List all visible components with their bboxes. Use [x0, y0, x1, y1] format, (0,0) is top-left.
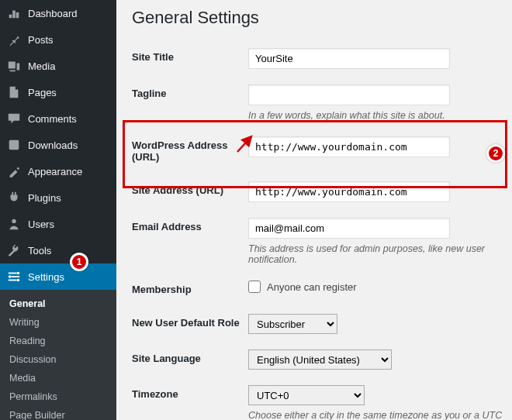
sidebar-item-label: Dashboard	[28, 8, 78, 19]
pin-icon	[6, 32, 22, 47]
sidebar-item-label: Pages	[28, 87, 57, 98]
users-icon	[6, 216, 22, 232]
submenu-item-writing[interactable]: Writing	[0, 313, 116, 332]
dashboard-icon	[6, 5, 22, 21]
settings-submenu: General Writing Reading Discussion Media…	[0, 290, 116, 420]
sidebar-item-dashboard[interactable]: Dashboard	[0, 0, 116, 26]
settings-icon	[6, 269, 22, 284]
sidebar-item-media[interactable]: Media	[0, 53, 116, 79]
submenu-item-page-builder[interactable]: Page Builder	[0, 406, 116, 420]
sidebar-item-users[interactable]: Users	[0, 211, 116, 237]
timezone-description: Choose either a city in the same timezon…	[248, 410, 504, 420]
sidebar-item-settings[interactable]: Settings	[0, 263, 116, 290]
site-language-label: Site Language	[132, 342, 248, 377]
tagline-input[interactable]	[248, 84, 450, 105]
submenu-item-permalinks[interactable]: Permalinks	[0, 387, 116, 406]
sidebar-item-comments[interactable]: Comments	[0, 105, 116, 132]
membership-checkbox[interactable]	[248, 281, 261, 293]
svg-rect-4	[9, 280, 17, 281]
email-label: Email Address	[132, 210, 248, 273]
sidebar-item-label: Posts	[28, 34, 54, 46]
submenu-item-general[interactable]: General	[0, 294, 116, 313]
sidebar-item-label: Downloads	[28, 139, 78, 151]
tagline-label: Tagline	[132, 77, 248, 129]
sidebar-item-tools[interactable]: Tools	[0, 237, 116, 263]
timezone-label: Timezone	[132, 377, 248, 420]
svg-point-5	[17, 272, 20, 275]
plugins-icon	[6, 190, 22, 205]
svg-rect-3	[11, 276, 19, 277]
page-title: General Settings	[132, 8, 512, 28]
tagline-description: In a few words, explain what this site i…	[248, 110, 504, 121]
sidebar-item-label: Settings	[28, 271, 64, 283]
sidebar-item-plugins[interactable]: Plugins	[0, 184, 116, 211]
tools-icon	[6, 243, 22, 258]
media-icon	[6, 58, 22, 74]
site-title-input[interactable]	[248, 48, 450, 69]
sidebar-item-label: Users	[28, 219, 54, 230]
submenu-item-media[interactable]: Media	[0, 369, 116, 387]
site-address-label: Site Address (URL)	[132, 174, 248, 210]
sidebar-item-posts[interactable]: Posts	[0, 26, 116, 53]
wp-address-label: WordPress Address (URL)	[132, 129, 248, 174]
sidebar-item-pages[interactable]: Pages	[0, 79, 116, 105]
timezone-select[interactable]: UTC+0	[248, 385, 365, 405]
sidebar-item-label: Tools	[28, 245, 51, 256]
sidebar-item-downloads[interactable]: Downloads	[0, 132, 116, 158]
svg-point-1	[12, 219, 16, 223]
submenu-item-reading[interactable]: Reading	[0, 332, 116, 350]
downloads-icon	[6, 137, 22, 153]
site-address-input[interactable]	[248, 181, 450, 202]
sidebar-item-label: Appearance	[28, 166, 82, 177]
annotation-badge-1: 1	[70, 253, 88, 271]
settings-form: Site Title Tagline In a few words, expla…	[132, 40, 512, 420]
svg-point-7	[17, 279, 20, 282]
svg-rect-2	[9, 273, 17, 274]
sidebar-item-label: Media	[28, 60, 55, 72]
sidebar-item-label: Plugins	[28, 192, 61, 204]
site-language-select[interactable]: English (United States)	[248, 349, 392, 370]
email-input[interactable]	[248, 218, 450, 239]
wp-address-input[interactable]	[248, 136, 450, 157]
annotation-badge-2: 2	[486, 144, 505, 163]
sidebar-item-appearance[interactable]: Appearance	[0, 158, 116, 184]
comments-icon	[6, 111, 22, 126]
svg-point-6	[9, 275, 12, 278]
email-description: This address is used for admin purposes,…	[248, 243, 504, 265]
svg-rect-0	[9, 140, 19, 150]
default-role-label: New User Default Role	[132, 306, 248, 342]
membership-checkbox-label: Anyone can register	[267, 281, 357, 293]
submenu-item-discussion[interactable]: Discussion	[0, 350, 116, 369]
appearance-icon	[6, 164, 22, 179]
admin-sidebar: Dashboard Posts Media Pages Comments Dow…	[0, 0, 116, 420]
main-content: General Settings Site Title Tagline In a…	[116, 0, 512, 420]
site-title-label: Site Title	[132, 40, 248, 77]
sidebar-item-label: Comments	[28, 113, 77, 125]
membership-label: Membership	[132, 273, 248, 306]
pages-icon	[6, 84, 22, 100]
default-role-select[interactable]: Subscriber	[248, 314, 337, 334]
